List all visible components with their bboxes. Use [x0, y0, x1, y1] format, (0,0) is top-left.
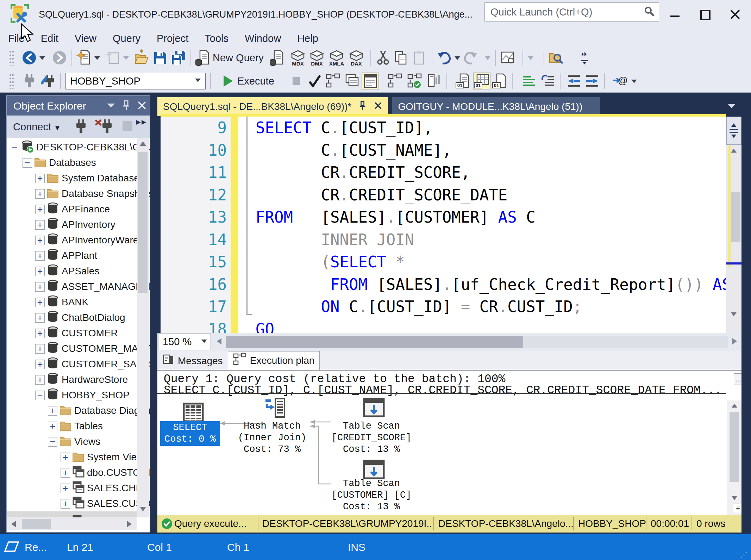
hash-match-icon[interactable] [263, 397, 287, 421]
decrease-indent-icon[interactable] [565, 73, 583, 89]
editor-vertical-scrollbar[interactable] [726, 117, 741, 333]
tree-item[interactable]: +CUSTOMER [35, 325, 118, 341]
menu-edit[interactable]: Edit [33, 31, 67, 46]
tab-sqlquery1[interactable]: SQLQuery1.sql - DE...BK38L\Angelo (69))* [157, 97, 388, 116]
new-query-icon[interactable] [194, 49, 212, 66]
plan-node-table-scan-2[interactable]: Table Scan [CUSTOMER] [C] Cost: 13 % [317, 478, 426, 513]
query-options-icon[interactable] [343, 73, 361, 89]
increase-indent-icon[interactable] [583, 73, 601, 89]
tree-item[interactable]: +ChatBotDialog [35, 310, 125, 325]
menu-query[interactable]: Query [105, 31, 149, 46]
tree-item[interactable]: +System Databases [35, 170, 144, 186]
collapse-icon[interactable]: − [23, 158, 32, 168]
pin-icon[interactable] [119, 100, 134, 112]
tree-item[interactable]: −HOBBY_SHOP [35, 387, 130, 403]
plan-diagram[interactable]: SELECT Cost: 0 %Hash Match (Inner Join) … [157, 371, 726, 515]
scroll-left-icon[interactable] [216, 337, 223, 347]
add-item-icon[interactable] [104, 49, 122, 66]
expand-icon[interactable]: + [35, 220, 45, 230]
maximize-button[interactable] [698, 8, 713, 22]
tree-item[interactable]: +CUSTOMER_MASTER [35, 341, 150, 356]
dmx-query-icon[interactable]: DMX [308, 49, 326, 66]
live-query-stats-icon[interactable] [406, 73, 424, 89]
disconnect-icon[interactable] [95, 119, 113, 135]
menu-help[interactable]: Help [289, 31, 326, 46]
dax-query-icon[interactable]: DAX [348, 49, 365, 66]
object-explorer-header[interactable]: Object Explorer [7, 96, 150, 116]
resize-grip-icon[interactable]: ⋰ [740, 550, 748, 559]
new-project-icon[interactable] [75, 49, 93, 66]
caret[interactable] [630, 73, 638, 89]
expand-icon[interactable]: + [35, 236, 45, 245]
change-connection-icon[interactable] [39, 73, 57, 89]
new-query-label[interactable]: New Query [213, 52, 264, 64]
expand-icon[interactable]: + [35, 298, 45, 307]
expand-icon[interactable]: + [35, 313, 45, 323]
statement-ellipsis-button[interactable]: ... [734, 373, 741, 385]
caret[interactable] [93, 49, 101, 66]
xmla-query-icon[interactable]: XMLA [328, 49, 345, 66]
expand-icon[interactable]: + [35, 189, 45, 199]
close-button[interactable] [727, 8, 743, 22]
collapse-icon[interactable]: − [48, 437, 57, 447]
table-scan-icon[interactable] [363, 397, 385, 419]
tab-messages[interactable]: Messages [157, 352, 228, 370]
tree-item[interactable]: −Databases [23, 155, 96, 170]
intellisense-icon[interactable] [362, 73, 379, 89]
collapse-icon[interactable]: − [35, 391, 45, 400]
caret[interactable] [38, 49, 46, 66]
tree-item[interactable]: +BANK [35, 294, 88, 310]
expand-icon[interactable]: + [35, 282, 45, 292]
editor-horizontal-scrollbar[interactable] [226, 336, 728, 348]
results-grid-icon[interactable]: 01 [473, 73, 490, 89]
close-icon[interactable] [134, 101, 150, 111]
expand-icon[interactable]: + [35, 205, 45, 214]
tree-item[interactable]: −Views [48, 434, 100, 449]
menu-window[interactable]: Window [237, 31, 289, 46]
activity-monitor-icon[interactable] [499, 49, 517, 66]
template-params-icon[interactable]: @ [611, 73, 628, 89]
close-icon[interactable] [374, 101, 382, 112]
toolbar-drag-handle[interactable] [9, 50, 14, 66]
tree-item[interactable]: +Database Diagrams [48, 403, 150, 418]
plan-node-table-scan-1[interactable]: Table Scan [CREDIT_SCORE] Cost: 13 % [317, 421, 426, 455]
save-icon[interactable] [151, 49, 169, 66]
open-file-icon[interactable] [132, 49, 150, 66]
plan-node-hash-match[interactable]: Hash Match (Inner Join) Cost: 73 % [218, 421, 327, 455]
caret[interactable] [483, 49, 492, 66]
expand-icon[interactable]: + [48, 422, 57, 431]
minimize-button[interactable] [668, 8, 683, 22]
expand-icon[interactable]: + [48, 406, 57, 416]
overflow-icon[interactable]: ▶▶ [136, 118, 147, 126]
tree-item[interactable]: −DESKTOP-CEBK38L\GRUMPY2019I1 (SQL Serve… [10, 139, 150, 155]
undo-icon[interactable] [436, 49, 453, 66]
menu-view[interactable]: View [67, 31, 105, 46]
collapse-icon[interactable]: − [10, 143, 19, 152]
database-engine-query-icon[interactable] [269, 49, 286, 66]
expand-icon[interactable]: + [35, 267, 45, 276]
tree-item[interactable]: +APSales [35, 263, 99, 279]
copy-icon[interactable] [392, 49, 409, 66]
object-explorer-horizontal-scrollbar[interactable] [7, 517, 137, 530]
expand-icon[interactable]: + [61, 453, 70, 462]
tree-item[interactable]: +APInventory [35, 217, 115, 232]
window-position-icon[interactable] [103, 102, 119, 110]
caret[interactable] [453, 49, 462, 66]
code-editor[interactable]: 9101112131415161718 SELECT C.[CUST_ID], … [161, 117, 741, 333]
connect-icon[interactable] [20, 73, 38, 89]
restore-layout-icon[interactable] [4, 541, 19, 554]
cancel-icon[interactable] [288, 73, 305, 89]
comment-icon[interactable] [520, 73, 538, 89]
plan-zoom-button[interactable]: + [734, 504, 741, 512]
paste-icon[interactable] [410, 49, 428, 66]
tree-item-partial[interactable] [7, 511, 137, 517]
navigate-forward-icon[interactable] [51, 49, 68, 66]
connect-plug-icon[interactable] [75, 119, 87, 135]
results-text-icon[interactable]: 01 [455, 73, 472, 89]
code-area[interactable]: SELECT C.[CUST_ID], C.[CUST_NAME], CR.CR… [238, 117, 726, 333]
tree-item[interactable]: +Database Snapshots [35, 186, 150, 201]
execute-icon[interactable] [219, 73, 237, 89]
overflow-icon[interactable] [576, 49, 593, 66]
estimated-plan-icon[interactable] [324, 73, 342, 89]
results-file-icon[interactable]: 01 [491, 73, 509, 89]
